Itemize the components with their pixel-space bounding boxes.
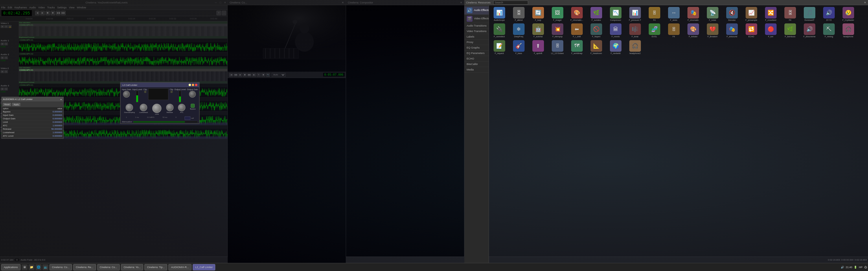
taskbar-cinelerra-yo-btn[interactable]: Cinelerra: Yo...	[121, 264, 143, 270]
mute-audio1[interactable]: M	[1, 42, 4, 45]
volume-icon[interactable]: 🔊	[841, 266, 844, 269]
calf-maximize-btn[interactable]	[192, 84, 194, 86]
effect-item-compressor[interactable]: 📉Compressor	[607, 6, 625, 22]
effect-item-dominantt[interactable]: 🎵DominantT	[800, 6, 819, 22]
tool-btn-5[interactable]: ◀◀	[56, 11, 60, 15]
effect-item-f_worldmap[interactable]: 🗺F_worldmap	[568, 40, 586, 55]
power-icon[interactable]: ⏻	[864, 266, 867, 269]
knob-input-gain[interactable]	[123, 91, 130, 98]
sidebar-item-media[interactable]: Media	[464, 67, 489, 72]
effect-item-f_imager[interactable]: 🖼F_imager	[548, 6, 567, 22]
stop-btn[interactable]: ⏹	[243, 73, 247, 77]
effect-item-f_upshift[interactable]: ⬆F_upshift	[529, 40, 548, 55]
video-clip-video2[interactable]: CD068.MP4 #1	[19, 69, 227, 81]
effect-item-f_tori[interactable]: 🔴F_tori	[762, 23, 780, 38]
prev-frame-btn[interactable]: |◀	[229, 73, 233, 77]
effect-item-f_cannelect[interactable]: 🔌F_cannelect	[490, 23, 509, 38]
sidebar-item-eq-parameters[interactable]: EQ Parameters	[464, 50, 489, 56]
effect-item-f_stretc[interactable]: ↔F_stretc	[664, 6, 683, 22]
effect-item-f4[interactable]: 🎛F4	[781, 6, 799, 22]
effect-item-f_request[interactable]: 📝F_request	[490, 40, 509, 55]
fps-display[interactable]: 64	[14, 258, 20, 262]
tool-btn-6[interactable]: ▶▶	[61, 11, 66, 15]
sidebar-item-echo[interactable]: ECHO	[464, 56, 489, 62]
preview-close[interactable]: ✕	[342, 1, 344, 4]
effect-item-audioscope[interactable]: 📊AudioScope	[490, 6, 509, 22]
effect-item-f_presample[interactable]: 📈F_presample	[742, 6, 761, 22]
sidebar-item-audio-transitions[interactable]: Audio Transitions	[464, 23, 489, 29]
mute-video2[interactable]: M	[1, 70, 4, 73]
effect-item-st-t2[interactable]: 🔊ST-T2	[820, 6, 838, 22]
taskbar-app-icon-2[interactable]: 📁	[29, 264, 34, 270]
taskbar-cinelerra-tip-btn[interactable]: Cinelerra: Tip...	[144, 264, 167, 270]
tool-btn-1[interactable]: ◀	[35, 11, 40, 15]
tool-btn-2[interactable]: ▶	[40, 11, 45, 15]
sidebar-item-eq-graphs[interactable]: EQ Graphs	[464, 45, 489, 50]
effect-item-f_loop[interactable]: 🔄F_loop	[529, 6, 548, 22]
sidebar-item-video-effects[interactable]: 🎬 Video Effects	[464, 15, 489, 23]
rewind-btn[interactable]: ◀◀	[234, 73, 238, 77]
solo-video2[interactable]: S	[4, 70, 8, 73]
record-btn[interactable]: ⏺	[261, 73, 265, 77]
track-content-audio1[interactable]: CD068.MP4 #1	[19, 39, 227, 52]
tool-btn-3[interactable]: ⏹	[45, 11, 50, 15]
minimize-btn[interactable]: ─	[215, 1, 217, 4]
effect-item-f_headroom[interactable]: 📐F_headroom	[587, 40, 606, 55]
taskbar-cinelerra-co2-btn[interactable]: Cinelerra: Co...	[97, 264, 120, 270]
effect-item-f_bambuss[interactable]: 🌿F_bambuss	[781, 23, 799, 38]
taskbar-audiomix-btn[interactable]: AUDIOMIX-R...	[168, 264, 191, 270]
track-content-video1[interactable]: Hue saturation CD068.MP4 #1 Brightness/C…	[19, 22, 227, 38]
menu-window[interactable]: Window	[77, 6, 86, 9]
effect-item-f4[interactable]: 🎚F4	[664, 23, 683, 38]
menu-settings[interactable]: Settings	[57, 6, 67, 9]
effect-item-f_nextwrld[interactable]: 🌍F_nextwrld	[607, 40, 625, 55]
track-mute-video1[interactable]: M	[1, 25, 4, 28]
effect-item-echo[interactable]: 🔁ECHO	[742, 23, 761, 38]
reset-btn[interactable]: Reset	[3, 103, 11, 106]
snapshot-btn[interactable]: 📷	[266, 73, 270, 77]
effect-item-headphone[interactable]: 🎧headphone	[839, 23, 858, 38]
menu-tracks[interactable]: Tracks	[47, 6, 55, 9]
sidebar-item-audio-effects[interactable]: 🔊 Audio Effects	[464, 6, 489, 15]
sidebar-item-video-transitions[interactable]: Video Transitions	[464, 29, 489, 34]
transport-mode-select[interactable]: Auto Normal	[272, 73, 286, 77]
taskbar-l2calf-btn[interactable]: L2_Calf Limiter	[193, 264, 216, 270]
menu-view[interactable]: View	[69, 6, 74, 9]
effect-item-f_reverb[interactable]: 🏛F_reverb	[607, 23, 625, 38]
forward-btn[interactable]: ▶▶	[247, 73, 251, 77]
sidebar-item-labels[interactable]: Labels	[464, 34, 489, 40]
effect-item-f_artister[interactable]: 🎨F_Artister	[684, 23, 703, 38]
knob-release[interactable]	[166, 104, 174, 111]
solo-audio3[interactable]: S	[4, 88, 8, 91]
effect-item-f_autohal[interactable]: 🤖F_autohal	[529, 23, 548, 38]
solo-audio1[interactable]: S	[4, 42, 8, 45]
apply-btn[interactable]: Apply	[12, 103, 20, 106]
taskbar-applications-btn[interactable]: Applications	[1, 264, 21, 270]
effect-item-deepfreq[interactable]: ❄DeepFreq	[509, 23, 528, 38]
menu-audio[interactable]: Audio	[29, 6, 36, 9]
mute-audio2[interactable]: M	[1, 56, 4, 59]
track-solo-video1[interactable]: S	[4, 25, 8, 28]
effect-item-f_crossfeed[interactable]: 🔀F_crossfeed	[762, 6, 780, 22]
taskbar-app-icon-4[interactable]: 📺	[42, 264, 48, 270]
maximize-btn[interactable]: □	[220, 1, 221, 4]
effect-item-headphone2[interactable]: 🎧headphone2	[626, 40, 644, 55]
menu-video[interactable]: Video	[38, 6, 45, 9]
bypass-toggle[interactable]	[191, 104, 195, 108]
resources-close[interactable]: ✕	[864, 1, 866, 4]
compositor-canvas[interactable]	[346, 5, 464, 265]
calf-close-btn[interactable]	[195, 84, 197, 86]
menu-file[interactable]: File	[1, 6, 5, 9]
effect-item-f_r_shift[interactable]: ⬅F_r_shift	[568, 23, 586, 38]
mute-audio3[interactable]: M	[1, 88, 4, 91]
calf-minimize-btn[interactable]	[189, 84, 191, 86]
resources-search-input[interactable]	[493, 1, 528, 5]
timecode-display[interactable]: 0:02:42.295	[1, 10, 32, 16]
effect-item-f4[interactable]: 🎚F4	[645, 6, 664, 22]
track-content-video2[interactable]: Hue saturation CD068.MP4 #1 Brightness/C…	[19, 66, 227, 83]
taskbar-app-icon-3[interactable]: 🌐	[36, 264, 41, 270]
menu-edit[interactable]: Edit	[8, 6, 12, 9]
effect-item-f_chromatic...[interactable]: 🎨F_chromatic...	[568, 6, 586, 22]
effect-item-f_tonal[interactable]: 🎼F_tonal	[626, 23, 644, 38]
next-frame-btn[interactable]: ▶|	[252, 73, 256, 77]
